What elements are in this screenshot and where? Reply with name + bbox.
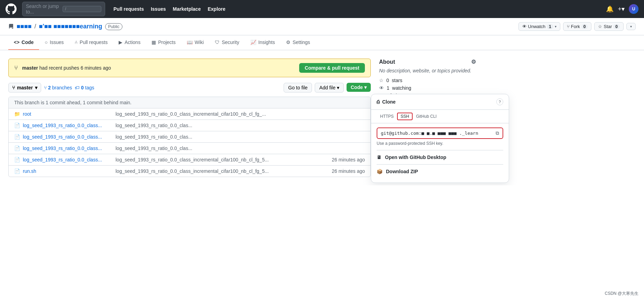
code-dropdown-container: Code ▾ ⎙ Clone ? — [347, 83, 371, 92]
top-nav-links: Pull requests Issues Marketplace Explore — [111, 5, 228, 13]
file-commit: log_seed_1993_rs_ratio_0.0_clas... — [116, 145, 321, 151]
tab-actions[interactable]: ▶ Actions — [113, 35, 146, 50]
file-commit: log_seed_1993_rs_ratio_0.0_clas... — [116, 123, 321, 128]
file-name[interactable]: log_seed_1993_rs_ratio_0.0_class... — [23, 145, 113, 151]
nav-pull-requests[interactable]: Pull requests — [111, 5, 147, 13]
tags-label: tags — [85, 85, 94, 90]
download-zip-action[interactable]: 📦 Download ZIP — [377, 164, 503, 178]
file-name[interactable]: root — [23, 111, 113, 117]
about-section: About ⚙ No description, website, or topi… — [379, 59, 476, 98]
unwatch-button[interactable]: 👁 Unwatch 1 ▾ — [518, 22, 560, 31]
unwatch-label: Unwatch — [528, 24, 546, 29]
code-icon: <> — [14, 39, 19, 45]
add-file-label: Add file — [319, 85, 335, 90]
top-nav-right: 🔔 + ▾ U — [606, 4, 638, 14]
repo-header: ■■■■ / ■'■■ ■■■■■■■earning Public 👁 Unwa… — [0, 18, 644, 35]
fork-icon: ⑂ — [567, 24, 570, 29]
file-name[interactable]: log_seed_1993_rs_ratio_0.0_class... — [23, 123, 113, 128]
clone-tab-https[interactable]: HTTPS — [377, 113, 397, 120]
stars-stat: ☆ 0 stars — [379, 78, 476, 83]
tab-wiki[interactable]: 📖 Wiki — [181, 35, 209, 50]
tab-pull-requests[interactable]: ⑃ Pull requests — [69, 35, 113, 50]
zip-icon: 📦 — [377, 169, 383, 174]
file-time: 26 minutes ago — [323, 157, 365, 162]
file-name[interactable]: log_seed_1993_rs_ratio_0.0_class... — [23, 134, 113, 140]
create-new-button[interactable]: + ▾ — [618, 5, 625, 13]
desktop-icon: 🖥 — [377, 155, 381, 160]
tab-projects[interactable]: ▦ Projects — [146, 35, 181, 50]
fork-count: 0 — [581, 24, 588, 29]
go-to-file-button[interactable]: Go to file — [284, 83, 312, 92]
branches-link[interactable]: ⑂ 2 branches — [44, 85, 72, 90]
nav-marketplace[interactable]: Marketplace — [170, 5, 204, 13]
tags-count: 0 — [81, 85, 84, 90]
github-logo[interactable] — [6, 3, 17, 15]
settings-icon: ⚙ — [286, 39, 291, 45]
branch-selector-name: master — [17, 85, 33, 90]
wiki-icon: 📖 — [187, 39, 193, 45]
clone-tab-ssh[interactable]: SSH — [397, 113, 413, 120]
file-commit: log_seed_1993_rs_ratio_0.0_class_increme… — [116, 157, 321, 162]
eye-icon: 👁 — [522, 24, 527, 29]
file-icon: 📄 — [14, 134, 20, 140]
notice-text: master had recent pushes 6 minutes ago — [22, 65, 295, 71]
clone-tab-cli[interactable]: GitHub CLI — [413, 113, 440, 120]
add-file-button[interactable]: Add file ▾ — [315, 83, 344, 92]
tab-security[interactable]: 🛡 Security — [209, 35, 245, 50]
tab-issues[interactable]: ○ Issues — [39, 35, 69, 50]
tab-code[interactable]: <> Code — [8, 35, 39, 50]
nav-issues[interactable]: Issues — [148, 5, 169, 13]
about-gear-icon[interactable]: ⚙ — [471, 59, 476, 65]
clone-icon: ⎙ — [377, 99, 379, 105]
tags-link[interactable]: 🏷 0 tags — [75, 85, 94, 90]
file-time: 26 minutes ago — [323, 168, 365, 174]
search-box[interactable]: Search or jump to... / — [22, 2, 105, 16]
file-icon: 📄 — [14, 157, 20, 162]
clone-url-text: git@github.com:■ ■.■ ■■■ ■■■ ._learn — [381, 131, 493, 136]
watching-label: watching — [392, 85, 411, 91]
file-icon: 📄 — [14, 123, 20, 128]
table-row: 📄 log_seed_1993_rs_ratio_0.0_class... lo… — [9, 131, 370, 143]
code-button[interactable]: Code ▾ — [347, 83, 371, 92]
branch-selector[interactable]: ⑂ master ▾ — [8, 83, 41, 92]
repo-name[interactable]: ■'■■ ■■■■■■■earning — [39, 23, 102, 30]
branch-push-icon: ⑂ — [14, 64, 18, 72]
notice-banner: ⑂ master had recent pushes 6 minutes ago… — [8, 59, 371, 77]
stars-count: 0 — [386, 78, 389, 83]
branches-icon: ⑂ — [44, 85, 47, 90]
branch-selector-chevron: ▾ — [35, 85, 37, 90]
copy-url-button[interactable]: ⧉ — [496, 130, 499, 136]
stars-label: stars — [392, 78, 402, 83]
star-button[interactable]: ☆ Star 0 — [594, 22, 624, 31]
file-name[interactable]: run.sh — [23, 168, 113, 174]
notifications-button[interactable]: 🔔 — [606, 5, 614, 13]
tab-navigation: <> Code ○ Issues ⑃ Pull requests ▶ Actio… — [0, 35, 644, 50]
clone-dropdown-header: ⎙ Clone ? — [371, 94, 509, 110]
file-name[interactable]: log_seed_1993_rs_ratio_0.0_class... — [23, 157, 113, 162]
file-commit: log_seed_1993_rs_ratio_0.0_clas... — [116, 134, 321, 140]
tab-settings[interactable]: ⚙ Settings — [280, 35, 316, 50]
table-row: 📄 log_seed_1993_rs_ratio_0.0_class... lo… — [9, 143, 370, 154]
add-file-chevron: ▾ — [337, 85, 339, 90]
clone-tabs: HTTPS SSH GitHub CLI — [371, 110, 509, 123]
file-commit: log_seed_1993_rs_ratio_0.0_class_increme… — [116, 111, 321, 117]
repo-icon — [8, 24, 14, 29]
table-row: 📁 root log_seed_1993_rs_ratio_0.0_class_… — [9, 108, 370, 120]
compare-pull-request-button[interactable]: Compare & pull request — [299, 63, 365, 73]
repo-owner[interactable]: ■■■■ — [17, 23, 32, 30]
clone-url-box: git@github.com:■ ■.■ ■■■ ■■■ ._learn ⧉ — [377, 127, 503, 139]
file-commit: log_seed_1993_rs_ratio_0.0_class_increme… — [116, 168, 321, 174]
star-dropdown-button[interactable]: ▾ — [626, 23, 636, 30]
clone-help-button[interactable]: ? — [496, 98, 503, 105]
fork-button[interactable]: ⑂ Fork 0 — [563, 22, 592, 31]
nav-explore[interactable]: Explore — [205, 5, 228, 13]
toolbar-right-buttons: Go to file Add file ▾ Code ▾ — [284, 83, 371, 92]
watching-icon: 👁 — [379, 85, 384, 91]
star-dropdown-chevron: ▾ — [630, 25, 632, 28]
slash-key: / — [63, 6, 101, 12]
tab-insights[interactable]: 📈 Insights — [245, 35, 280, 50]
top-navigation: Search or jump to... / Pull requests Iss… — [0, 0, 644, 18]
avatar[interactable]: U — [629, 4, 638, 14]
open-github-desktop-action[interactable]: 🖥 Open with GitHub Desktop — [377, 150, 503, 164]
repo-separator: / — [35, 23, 36, 30]
